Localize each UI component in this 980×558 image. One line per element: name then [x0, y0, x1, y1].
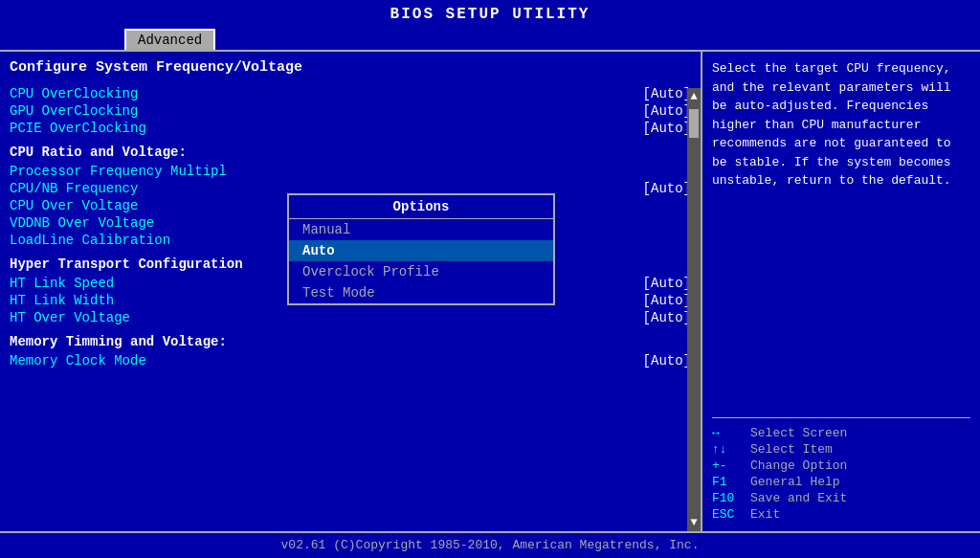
left-panel: Configure System Frequency/Voltage CPU O… [0, 52, 702, 531]
ht-over-voltage-value: [Auto] [643, 310, 691, 325]
cpunb-freq-value: [Auto] [643, 181, 691, 196]
processor-freq-item[interactable]: Processor Frequency Multipl [10, 163, 691, 180]
key-help: ↔ Select Screen ↑↓ Select Item +- Change… [712, 417, 970, 524]
key-symbol-f10: F10 [712, 491, 743, 505]
scroll-bar[interactable]: ▲ ▼ [687, 88, 701, 531]
key-desc-f10: Save and Exit [750, 491, 847, 505]
vddnb-over-voltage-label: VDDNB Over Voltage [10, 215, 154, 231]
footer-text: v02.61 (C)Copyright 1985-2010, American … [281, 538, 700, 552]
key-symbol-option: +- [712, 458, 743, 473]
pcie-overclocking-label: PCIE OverClocking [10, 121, 146, 136]
tab-advanced[interactable]: Advanced [124, 29, 215, 50]
right-panel: Select the target CPU frequency, and the… [702, 52, 980, 531]
key-row-screen: ↔ Select Screen [712, 426, 970, 440]
loadline-calibration-label: LoadLine Calibration [10, 233, 170, 248]
gpu-overclocking-item[interactable]: GPU OverClocking [Auto] [10, 102, 691, 120]
pcie-overclocking-value: [Auto] [643, 121, 691, 136]
ht-over-voltage-item[interactable]: HT Over Voltage [Auto] [10, 309, 691, 326]
section-title: Configure System Frequency/Voltage [10, 59, 691, 76]
ht-link-width-value: [Auto] [643, 293, 691, 308]
bios-title: BIOS SETUP UTILITY [0, 0, 980, 27]
main-layout: Configure System Frequency/Voltage CPU O… [0, 50, 980, 531]
key-row-f1: F1 General Help [712, 475, 970, 489]
tab-bar: Advanced [0, 27, 980, 50]
key-row-f10: F10 Save and Exit [712, 491, 970, 505]
key-symbol-f1: F1 [712, 475, 743, 489]
help-text: Select the target CPU frequency, and the… [712, 59, 970, 410]
cpunb-freq-label: CPU/NB Frequency [10, 181, 138, 196]
footer: v02.61 (C)Copyright 1985-2010, American … [0, 531, 980, 558]
key-symbol-screen: ↔ [712, 426, 743, 440]
dropdown-option-manual[interactable]: Manual [289, 219, 553, 240]
cpu-overclocking-item[interactable]: CPU OverClocking [Auto] [10, 85, 691, 102]
key-row-option: +- Change Option [712, 458, 970, 473]
cpu-ratio-header: CPU Ratio and Voltage: [10, 145, 691, 160]
cpu-over-voltage-label: CPU Over Voltage [10, 198, 138, 213]
key-desc-item: Select Item [750, 442, 833, 457]
ht-link-speed-label: HT Link Speed [10, 276, 114, 291]
memory-clock-mode-value: [Auto] [643, 353, 691, 368]
title-text: BIOS SETUP UTILITY [390, 6, 590, 23]
memory-header: Memory Timming and Voltage: [10, 334, 691, 349]
dropdown-option-test-mode[interactable]: Test Mode [289, 282, 553, 303]
options-dropdown[interactable]: Options Manual Auto Overclock Profile Te… [287, 193, 555, 305]
dropdown-title: Options [289, 195, 553, 219]
memory-clock-mode-item[interactable]: Memory Clock Mode [Auto] [10, 352, 691, 369]
key-row-esc: ESC Exit [712, 507, 970, 522]
key-desc-screen: Select Screen [750, 426, 847, 440]
scroll-thumb[interactable] [689, 109, 699, 138]
dropdown-option-auto[interactable]: Auto [289, 240, 553, 261]
memory-clock-mode-label: Memory Clock Mode [10, 353, 146, 368]
key-row-item: ↑↓ Select Item [712, 442, 970, 457]
ht-over-voltage-label: HT Over Voltage [10, 310, 130, 325]
pcie-overclocking-item[interactable]: PCIE OverClocking [Auto] [10, 120, 691, 137]
key-desc-option: Change Option [750, 458, 847, 473]
gpu-overclocking-label: GPU OverClocking [10, 103, 138, 119]
ht-link-width-label: HT Link Width [10, 293, 114, 308]
scroll-up-arrow[interactable]: ▲ [690, 88, 697, 105]
processor-freq-label: Processor Frequency Multipl [10, 164, 227, 179]
gpu-overclocking-value: [Auto] [643, 103, 691, 119]
cpu-overclocking-value: [Auto] [643, 86, 691, 101]
key-symbol-item: ↑↓ [712, 442, 743, 457]
dropdown-option-overclock-profile[interactable]: Overclock Profile [289, 261, 553, 282]
key-desc-f1: General Help [750, 475, 840, 489]
scroll-down-arrow[interactable]: ▼ [690, 516, 697, 529]
key-symbol-esc: ESC [712, 507, 743, 522]
key-desc-esc: Exit [750, 507, 780, 522]
cpu-overclocking-label: CPU OverClocking [10, 86, 138, 101]
ht-link-speed-value: [Auto] [643, 276, 691, 291]
